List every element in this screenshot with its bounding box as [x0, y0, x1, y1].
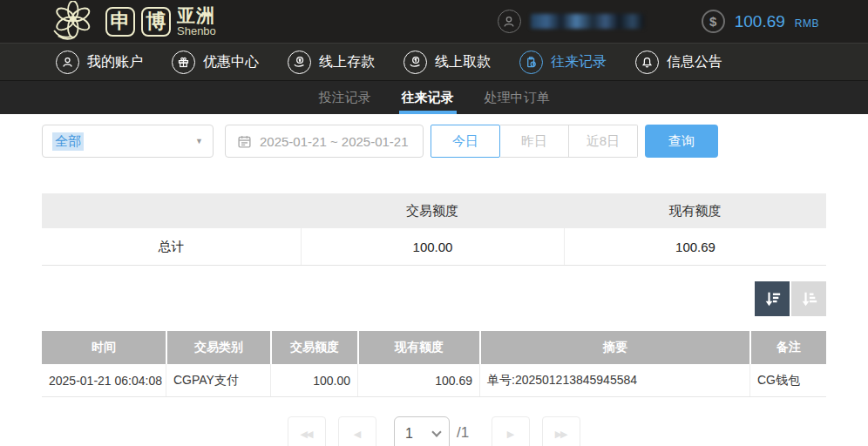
first-page-button[interactable]: ◀◀ — [288, 416, 326, 446]
pagination: ◀◀ ◀ 1 /1 ▶ ▶▶ — [42, 416, 826, 446]
nav-item-promotions[interactable]: 优惠中心 — [172, 51, 259, 74]
logo-char-bo: 博 — [141, 7, 171, 37]
topbar-right: $ 100.69 RMB — [498, 10, 819, 33]
cell-remarks: CG钱包 — [749, 364, 826, 396]
nav-item-announcements[interactable]: 信息公告 — [635, 51, 722, 74]
col-header-summary: 摘要 — [479, 331, 749, 364]
yesterday-button[interactable]: 昨日 — [500, 125, 569, 158]
user-avatar-icon — [498, 10, 521, 33]
chevron-down-icon: ▼ — [195, 137, 203, 145]
nav-item-withdraw[interactable]: 线上取款 — [403, 51, 491, 74]
summary-header-transaction-amount: 交易额度 — [301, 193, 564, 228]
summary-current-balance: 100.69 — [564, 228, 826, 265]
summary-table: 交易额度 现有额度 总计 100.00 100.69 — [42, 193, 826, 266]
type-select[interactable]: 全部 ▼ — [42, 125, 214, 158]
nav-label: 信息公告 — [667, 53, 722, 71]
summary-total-label: 总计 — [42, 228, 301, 265]
records-table-header: 时间 交易类别 交易额度 现有额度 摘要 备注 — [42, 331, 826, 364]
page-total-label: /1 — [457, 424, 469, 442]
balance[interactable]: $ 100.69 RMB — [702, 10, 819, 33]
chevron-down-icon — [431, 427, 441, 436]
page-select[interactable]: 1 — [394, 416, 450, 446]
cell-transaction-type: CGPAY支付 — [166, 364, 270, 396]
filter-row: 全部 ▼ 2025-01-21 ~ 2025-01-21 今日 昨日 近8日 查… — [42, 125, 826, 158]
tab-betting-records[interactable]: 投注记录 — [317, 81, 373, 114]
summary-header-current-balance: 现有额度 — [564, 193, 826, 228]
topbar: 申 博 亚洲 Shenbo $ 100.69 RMB — [0, 0, 868, 43]
nav-item-deposit[interactable]: 线上存款 — [288, 51, 375, 74]
main-nav: 我的账户 优惠中心 线上存款 线上取款 — [0, 43, 868, 80]
records-clipboard-icon — [519, 51, 543, 74]
table-row: 2025-01-21 06:04:08 CGPAY支付 100.00 100.6… — [42, 364, 826, 397]
last-page-button[interactable]: ▶▶ — [542, 416, 580, 446]
col-header-remarks: 备注 — [749, 331, 826, 364]
bell-icon — [635, 51, 659, 74]
user-icon — [56, 51, 79, 74]
nav-item-transaction-records[interactable]: 往来记录 — [519, 51, 607, 74]
sort-controls — [42, 281, 826, 316]
last-8-days-button[interactable]: 近8日 — [569, 125, 638, 158]
nav-item-my-account[interactable]: 我的账户 — [56, 51, 143, 74]
quick-date-group: 今日 昨日 近8日 — [431, 125, 638, 158]
col-header-transaction-amount: 交易额度 — [270, 331, 357, 364]
type-select-value: 全部 — [52, 132, 84, 151]
logo-wordmark: 亚洲 Shenbo — [177, 6, 216, 37]
tab-transaction-records[interactable]: 往来记录 — [400, 81, 456, 114]
deposit-coin-icon — [288, 51, 311, 74]
tab-processing-orders[interactable]: 处理中订单 — [483, 81, 552, 114]
sort-descending-button[interactable] — [755, 281, 790, 316]
nav-label: 往来记录 — [551, 53, 607, 71]
summary-transaction-amount: 100.00 — [301, 228, 564, 265]
balance-amount: 100.69 — [735, 12, 785, 31]
gift-icon — [172, 51, 195, 74]
balance-currency: RMB — [795, 17, 819, 30]
logo-char-shen: 申 — [105, 7, 135, 37]
nav-label: 线上取款 — [435, 53, 491, 71]
date-range-input[interactable]: 2025-01-21 ~ 2025-01-21 — [225, 125, 424, 158]
content: 全部 ▼ 2025-01-21 ~ 2025-01-21 今日 昨日 近8日 查… — [42, 125, 826, 446]
sub-nav: 投注记录 往来记录 处理中订单 — [0, 80, 868, 114]
search-button[interactable]: 查询 — [645, 125, 718, 158]
site-logo[interactable]: 申 博 亚洲 Shenbo — [47, 1, 216, 43]
page-select-value: 1 — [405, 426, 413, 442]
col-header-transaction-type: 交易类别 — [166, 331, 270, 364]
logo-region-text: 亚洲 — [177, 6, 216, 25]
summary-header-empty — [42, 193, 301, 228]
col-header-current-balance: 现有额度 — [357, 331, 479, 364]
user-account[interactable] — [498, 10, 644, 33]
sort-ascending-icon — [799, 289, 818, 308]
next-page-button[interactable]: ▶ — [492, 416, 530, 446]
cell-summary: 单号:202501213845945584 — [479, 364, 749, 396]
cell-time: 2025-01-21 06:04:08 — [42, 364, 166, 396]
summary-table-header: 交易额度 现有额度 — [42, 193, 826, 228]
dollar-icon: $ — [702, 10, 725, 33]
prev-page-button[interactable]: ◀ — [338, 416, 376, 446]
date-range-value: 2025-01-21 ~ 2025-01-21 — [260, 134, 409, 149]
today-button[interactable]: 今日 — [431, 125, 500, 158]
withdraw-coin-icon — [403, 51, 427, 74]
nav-label: 优惠中心 — [203, 53, 259, 71]
cell-current-balance: 100.69 — [357, 364, 479, 396]
col-header-time: 时间 — [42, 331, 166, 364]
nav-label: 线上存款 — [319, 53, 375, 71]
flower-logo-icon — [47, 1, 98, 43]
records-table: 时间 交易类别 交易额度 现有额度 摘要 备注 2025-01-21 06:04… — [42, 331, 826, 397]
nav-label: 我的账户 — [87, 53, 143, 71]
calendar-icon — [237, 134, 252, 149]
summary-total-row: 总计 100.00 100.69 — [42, 228, 826, 266]
username-blurred — [531, 14, 644, 29]
sort-ascending-button[interactable] — [791, 281, 826, 316]
cell-transaction-amount: 100.00 — [270, 364, 357, 396]
sort-descending-icon — [763, 289, 782, 308]
logo-latin-text: Shenbo — [177, 25, 216, 37]
